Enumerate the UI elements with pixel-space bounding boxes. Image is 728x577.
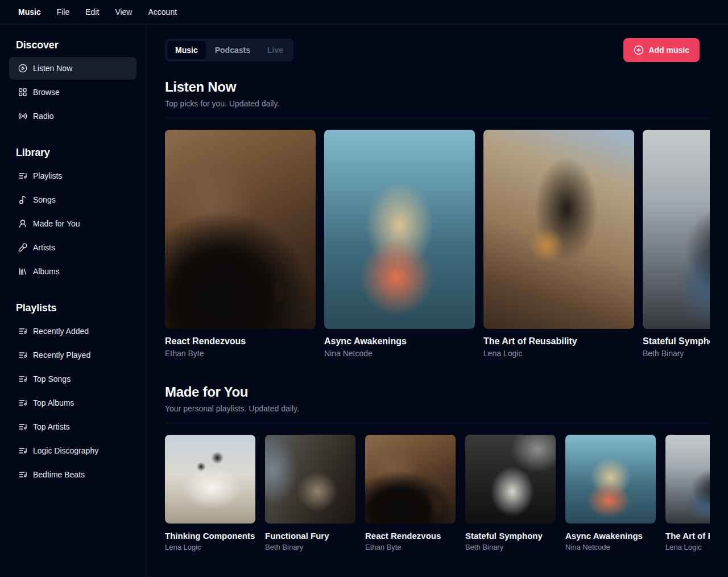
sidebar-item-browse[interactable]: Browse <box>9 81 136 104</box>
music-note-icon <box>18 195 27 204</box>
view-tabs: MusicPodcastsLive <box>165 39 293 61</box>
album-artist: Ethan Byte <box>165 349 316 358</box>
album-card-thinking-components[interactable]: Thinking ComponentsLena Logic <box>165 435 255 551</box>
section-subtitle: Your personal playlists. Updated daily. <box>165 404 710 413</box>
sidebar-item-label: Recently Played <box>33 351 90 360</box>
section-listen-now: Listen NowTop picks for you. Updated dai… <box>165 79 710 358</box>
section-title: Made for You <box>165 384 710 400</box>
album-title: Async Awakenings <box>565 531 656 541</box>
sidebar-item-albums[interactable]: Albums <box>9 260 136 283</box>
album-title: Thinking Components <box>165 531 255 541</box>
menubar-item-account[interactable]: Account <box>140 4 185 20</box>
sidebar-item-label: Top Artists <box>33 422 70 431</box>
sidebar-item-songs[interactable]: Songs <box>9 188 136 211</box>
sidebar-item-label: Songs <box>33 195 56 204</box>
sidebar-item-top-artists[interactable]: Top Artists <box>9 415 136 438</box>
sidebar-item-bedtime-beats[interactable]: Bedtime Beats <box>9 463 136 486</box>
album-title: Async Awakenings <box>324 336 475 347</box>
sidebar-item-label: Top Albums <box>33 398 74 407</box>
sidebar-item-listen-now[interactable]: Listen Now <box>9 57 136 80</box>
album-art-teal-portrait <box>565 435 656 524</box>
section-subtitle: Top picks for you. Updated daily. <box>165 99 710 108</box>
album-artist: Lena Logic <box>165 543 255 551</box>
add-music-button[interactable]: Add music <box>623 38 700 62</box>
list-music-icon <box>18 374 27 384</box>
album-card-functional-fury[interactable]: Functional FuryBeth Binary <box>265 435 355 551</box>
section-title: Listen Now <box>165 79 710 95</box>
menubar-item-music[interactable]: Music <box>10 4 49 20</box>
album-card-the-art-of-reusability[interactable]: The Art of ReusabilityLena Logic <box>665 435 710 551</box>
list-music-icon <box>18 446 27 455</box>
grid-icon <box>18 88 27 97</box>
album-art-headphones-study <box>165 130 316 329</box>
album-title: Stateful Symphony <box>465 531 556 541</box>
cards-row: Thinking ComponentsLena LogicFunctional … <box>165 435 710 551</box>
album-card-react-rendezvous[interactable]: React RendezvousEthan Byte <box>365 435 456 551</box>
album-card-async-awakenings[interactable]: Async AwakeningsNina Netcode <box>324 130 475 358</box>
album-card-async-awakenings[interactable]: Async AwakeningsNina Netcode <box>565 435 656 551</box>
album-title: The Art of Reusability <box>483 336 634 347</box>
add-music-label: Add music <box>648 46 689 55</box>
sidebar-item-label: Artists <box>33 243 55 252</box>
list-music-icon <box>18 422 27 431</box>
sidebar-item-label: Bedtime Beats <box>33 470 85 479</box>
list-music-icon <box>18 171 27 180</box>
microphone-icon <box>18 243 27 252</box>
tab-podcasts[interactable]: Podcasts <box>207 41 258 59</box>
sidebar-section-discover: DiscoverListen NowBrowseRadio <box>9 39 136 127</box>
album-card-react-rendezvous[interactable]: React RendezvousEthan Byte <box>165 130 316 358</box>
album-card-stateful-symphony[interactable]: Stateful SymphonyBeth Binary <box>465 435 556 551</box>
album-art-white-duo <box>165 435 255 524</box>
sidebar-item-top-albums[interactable]: Top Albums <box>9 391 136 414</box>
sidebar-item-made-for-you[interactable]: Made for You <box>9 212 136 235</box>
album-art-trumpet-bw <box>465 435 556 524</box>
sidebar-item-label: Top Songs <box>33 374 71 384</box>
album-title: Stateful Symphony <box>643 336 710 347</box>
separator <box>165 118 710 118</box>
sidebar-item-artists[interactable]: Artists <box>9 236 136 259</box>
sidebar-heading-discover: Discover <box>9 39 136 51</box>
user-icon <box>18 219 27 228</box>
album-art-sax-street <box>483 130 634 329</box>
menubar: MusicFileEditViewAccount <box>0 0 728 24</box>
sidebar-item-label: Listen Now <box>33 64 72 73</box>
album-title: React Rendezvous <box>165 336 316 347</box>
list-music-icon <box>18 398 27 407</box>
play-circle-icon <box>18 64 27 73</box>
menubar-item-edit[interactable]: Edit <box>77 4 107 20</box>
album-card-the-art-of-reusability[interactable]: The Art of ReusabilityLena Logic <box>483 130 634 358</box>
sidebar-item-recently-played[interactable]: Recently Played <box>9 344 136 366</box>
sidebar-item-label: Made for You <box>33 219 80 228</box>
sidebar-item-recently-added[interactable]: Recently Added <box>9 320 136 343</box>
sidebar-item-playlists[interactable]: Playlists <box>9 164 136 187</box>
sidebar-item-label: Browse <box>33 88 60 97</box>
album-title: React Rendezvous <box>365 531 456 541</box>
list-music-icon <box>18 327 27 336</box>
menubar-item-file[interactable]: File <box>49 4 78 20</box>
menubar-item-view[interactable]: View <box>107 4 140 20</box>
album-card-stateful-symphony[interactable]: Stateful SymphonyBeth Binary <box>643 130 710 358</box>
section-made-for-you: Made for YouYour personal playlists. Upd… <box>165 384 710 551</box>
tab-live[interactable]: Live <box>259 41 291 59</box>
sidebar-item-label: Radio <box>33 112 54 121</box>
album-art-guitar-busker <box>643 130 710 329</box>
album-art-headphones-study <box>365 435 456 524</box>
album-title: The Art of Reusability <box>665 531 710 541</box>
album-art-piano-room <box>265 435 355 524</box>
album-artist: Nina Netcode <box>565 543 656 551</box>
sidebar-item-top-songs[interactable]: Top Songs <box>9 368 136 390</box>
album-artist: Lena Logic <box>483 349 634 358</box>
sidebar-section-library: LibraryPlaylistsSongsMade for YouArtists… <box>9 147 136 283</box>
separator <box>165 423 710 423</box>
album-artist: Beth Binary <box>265 543 355 551</box>
album-art-guitar-busker <box>665 435 710 524</box>
sidebar-item-label: Playlists <box>33 171 62 180</box>
sidebar-section-playlists: PlaylistsRecently AddedRecently PlayedTo… <box>9 302 136 486</box>
sidebar-item-label: Recently Added <box>33 327 89 336</box>
sidebar-item-logic-discography[interactable]: Logic Discography <box>9 439 136 462</box>
album-artist: Beth Binary <box>465 543 556 551</box>
radio-icon <box>18 112 27 121</box>
sidebar-item-radio[interactable]: Radio <box>9 105 136 127</box>
tab-music[interactable]: Music <box>167 41 206 59</box>
album-artist: Ethan Byte <box>365 543 456 551</box>
